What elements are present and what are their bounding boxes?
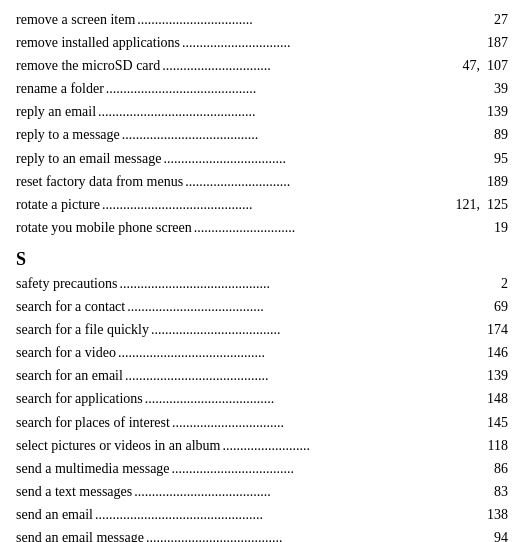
list-item: send an email ..........................… [16, 503, 508, 526]
entry-page: 27 [494, 8, 508, 31]
list-item: search for a contact ...................… [16, 295, 508, 318]
entry-dots: ........................................… [119, 272, 499, 295]
entry-dots: ..................................... [145, 387, 485, 410]
r-section-entries: remove a screen item ...................… [16, 8, 508, 239]
list-item: reset factory data from menus ..........… [16, 170, 508, 193]
list-item: send an email message ..................… [16, 526, 508, 542]
entry-dots: ................................ [172, 411, 485, 434]
entry-dots: ........................................… [106, 77, 492, 100]
entry-dots: ............................... [182, 31, 485, 54]
entry-page: 174 [487, 318, 508, 341]
entry-title: send a multimedia message [16, 457, 170, 480]
entry-title: remove installed applications [16, 31, 180, 54]
entry-title: reply to a message [16, 123, 120, 146]
entry-page: 146 [487, 341, 508, 364]
entry-page: 148 [487, 387, 508, 410]
entry-title: search for a file quickly [16, 318, 149, 341]
entry-page: 39 [494, 77, 508, 100]
entry-dots: ....................................... [127, 295, 492, 318]
entry-page: 189 [487, 170, 508, 193]
entry-page: 69 [494, 295, 508, 318]
list-item: rename a folder ........................… [16, 77, 508, 100]
entry-page: 95 [494, 147, 508, 170]
entry-title: search for a contact [16, 295, 125, 318]
entry-dots: ......................... [223, 434, 486, 457]
entry-title: safety precautions [16, 272, 117, 295]
entry-dots: ........................................… [125, 364, 485, 387]
entry-title: search for an email [16, 364, 123, 387]
entry-dots: ..................................... [151, 318, 485, 341]
list-item: select pictures or videos in an album ..… [16, 434, 508, 457]
entry-title: rename a folder [16, 77, 104, 100]
entry-page: 89 [494, 123, 508, 146]
entry-page: 118 [488, 434, 508, 457]
list-item: reply to an email message ..............… [16, 147, 508, 170]
list-item: reply an email .........................… [16, 100, 508, 123]
entry-dots: ................................... [172, 457, 492, 480]
list-item: search for an email ....................… [16, 364, 508, 387]
entry-title: send a text messages [16, 480, 132, 503]
entry-page: 139 [487, 364, 508, 387]
entry-dots: .............................. [185, 170, 485, 193]
entry-dots: ....................................... [146, 526, 492, 542]
list-item: rotate you mobile phone screen .........… [16, 216, 508, 239]
entry-dots: ................................. [137, 8, 492, 31]
list-item: remove installed applications ..........… [16, 31, 508, 54]
list-item: remove a screen item ...................… [16, 8, 508, 31]
list-item: search for places of interest ..........… [16, 411, 508, 434]
entry-title: reset factory data from menus [16, 170, 183, 193]
index-page: remove a screen item ...................… [0, 0, 524, 542]
entry-title: search for a video [16, 341, 116, 364]
list-item: remove the microSD card ................… [16, 54, 508, 77]
entry-page: 121, 125 [456, 193, 509, 216]
entry-dots: ............................... [162, 54, 460, 77]
entry-dots: ....................................... [122, 123, 492, 146]
entry-page: 47, 107 [463, 54, 509, 77]
entry-title: send an email [16, 503, 93, 526]
list-item: search for a file quickly ..............… [16, 318, 508, 341]
entry-title: rotate you mobile phone screen [16, 216, 192, 239]
s-section-entries: safety precautions .....................… [16, 272, 508, 542]
entry-title: select pictures or videos in an album [16, 434, 221, 457]
entry-title: send an email message [16, 526, 144, 542]
entry-dots: ........................................… [102, 193, 454, 216]
list-item: search for applications ................… [16, 387, 508, 410]
entry-dots: ....................................... [134, 480, 492, 503]
entry-title: search for applications [16, 387, 143, 410]
entry-title: remove the microSD card [16, 54, 160, 77]
entry-page: 86 [494, 457, 508, 480]
entry-dots: ........................................… [118, 341, 485, 364]
entry-page: 145 [487, 411, 508, 434]
entry-dots: ................................... [163, 147, 492, 170]
entry-title: reply to an email message [16, 147, 161, 170]
entry-page: 94 [494, 526, 508, 542]
entry-page: 187 [487, 31, 508, 54]
entry-title: reply an email [16, 100, 96, 123]
list-item: send a multimedia message ..............… [16, 457, 508, 480]
entry-page: 2 [501, 272, 508, 295]
entry-dots: ........................................… [95, 503, 485, 526]
list-item: search for a video .....................… [16, 341, 508, 364]
entry-title: rotate a picture [16, 193, 100, 216]
entry-page: 19 [494, 216, 508, 239]
entry-title: search for places of interest [16, 411, 170, 434]
entry-title: remove a screen item [16, 8, 135, 31]
entry-page: 83 [494, 480, 508, 503]
section-header-s: S [16, 249, 508, 270]
entry-page: 138 [487, 503, 508, 526]
list-item: reply to a message .....................… [16, 123, 508, 146]
list-item: send a text messages ...................… [16, 480, 508, 503]
list-item: rotate a picture .......................… [16, 193, 508, 216]
entry-page: 139 [487, 100, 508, 123]
entry-dots: ........................................… [98, 100, 485, 123]
list-item: safety precautions .....................… [16, 272, 508, 295]
entry-dots: ............................. [194, 216, 492, 239]
